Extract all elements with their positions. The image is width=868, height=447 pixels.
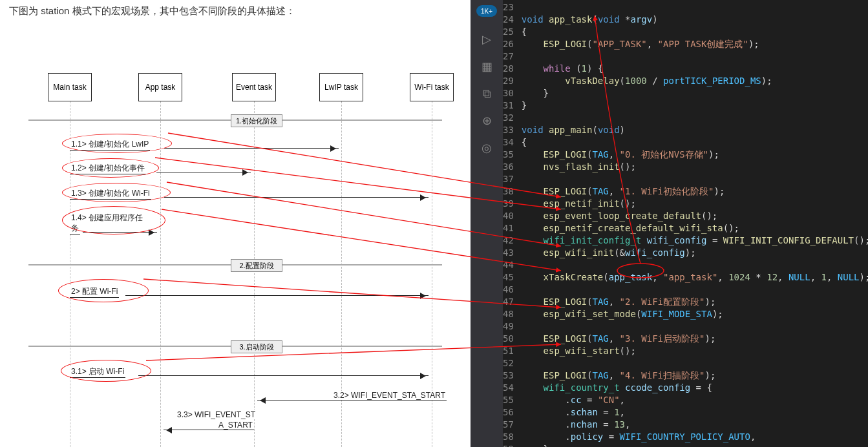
arrow [138,375,429,376]
line-gutter: 2324252627282930313233343536373839404142… [503,0,522,447]
step-1-4b: 务 [70,223,80,234]
activity-bar: 1K+ ▷ ▦ ⧉ ⊕ ◎ [471,0,503,447]
extensions-icon[interactable]: ▦ [478,58,495,75]
arrow [164,430,251,430]
notification-badge[interactable]: 1K+ [476,5,497,17]
step-1-4a: 1.4> 创建应用程序任 [70,213,144,224]
remote-icon[interactable]: ⧉ [478,85,495,102]
phase-config: 2.配置阶段 [231,259,282,272]
arrow [164,148,339,149]
step-3-3b: A_START [217,421,254,430]
step-1-2: 1.2> 创建/初始化事件 [70,163,146,174]
code-editor[interactable]: 2324252627282930313233343536373839404142… [503,0,868,447]
step-1-3: 1.3> 创建/初始化 Wi-Fi [70,188,151,200]
task-wifi: Wi-Fi task [410,73,454,101]
phase-init: 1.初始化阶段 [231,114,282,127]
phase-start: 3.启动阶段 [231,340,282,353]
run-icon[interactable]: ▷ [478,31,495,48]
arrow [257,400,429,400]
step-2: 2> 配置 Wi-Fi [70,286,119,298]
sequence-diagram: Main task App task Event task LwIP task … [9,37,461,437]
arrow [164,197,429,198]
doc-description: 下图为 station 模式下的宏观场景，其中包含不同阶段的具体描述： [9,5,461,17]
task-main: Main task [48,73,92,101]
task-lwip: LwIP task [319,73,363,101]
step-3-2: 3.2> WIFI_EVENT_STA_START [332,391,447,400]
code-body[interactable]: void app_task(void *argv){ ESP_LOGI("APP… [522,0,868,447]
task-event: Event task [232,73,276,101]
step-3-3a: 3.3> WIFI_EVENT_ST [176,410,257,419]
arrow [125,295,429,296]
lifeline [160,101,161,447]
arrow [156,172,251,172]
step-1-1: 1.1> 创建/初始化 LwIP [70,139,150,151]
build-icon[interactable]: ⊕ [478,112,495,129]
espressif-icon[interactable]: ◎ [478,140,495,156]
lifeline [70,101,70,447]
arrow [83,232,157,233]
doc-panel: 下图为 station 模式下的宏观场景，其中包含不同阶段的具体描述： Main… [0,0,471,447]
lifeline [254,101,255,447]
task-app: App task [138,73,182,101]
step-3-1: 3.1> 启动 Wi-Fi [70,366,125,378]
